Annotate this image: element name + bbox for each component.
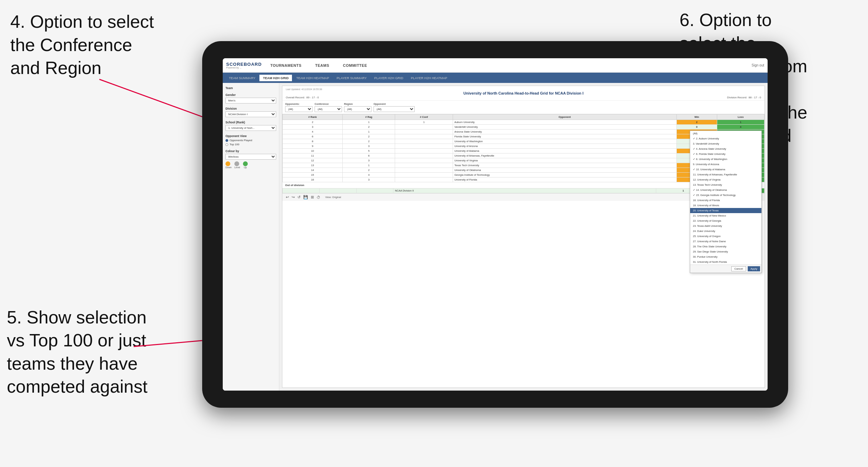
dropdown-item[interactable]: 23. Texas A&M University [690, 223, 761, 229]
opponent-filter-select[interactable]: (All) [374, 106, 415, 112]
nav-sign-out[interactable]: Sign out [751, 63, 764, 67]
logo-area: SCOREBOARD Powered by ... [226, 62, 262, 69]
annotation-conference-region: 4. Option to select the Conference and R… [10, 10, 192, 80]
th-opponent: Opponent [453, 114, 676, 120]
dropdown-item[interactable]: 25. University of Oregon [690, 234, 761, 239]
division-select[interactable]: NCAA Division I [225, 111, 276, 117]
radio-dot-opponents [225, 139, 228, 142]
dropdown-item[interactable]: 28. The Ohio State University [690, 244, 761, 249]
save-btn[interactable]: 💾 [303, 195, 309, 200]
dropdown-item[interactable]: ✓ 6. Florida State University [690, 151, 761, 157]
colour-legend: Down Level Up [225, 161, 276, 169]
nav-committee[interactable]: COMMITTEE [341, 63, 369, 67]
opponent-dropdown-overlay: (All)✓ 2. Auburn University3. Vanderbilt… [690, 131, 762, 273]
right-content: Last Updated: 4/11/2024 16:55:38 Univers… [279, 83, 768, 391]
subnav-player-h2h-heatmap[interactable]: PLAYER H2H HEATMAP [407, 75, 451, 81]
redo-btn[interactable]: ↪ [291, 195, 295, 200]
table-row: 3 2 Vanderbilt University 0 4 [283, 125, 765, 130]
opponent-view-section: Opponent View Opponents Played Top 100 [225, 134, 276, 146]
division2-label: NCAA Division II [393, 188, 656, 193]
division-section: Division NCAA Division I [225, 107, 276, 117]
subnav-team-h2h-heatmap[interactable]: TEAM H2H HEATMAP [293, 75, 332, 81]
card-header: Last Updated: 4/11/2024 16:55:38 Univers… [282, 86, 765, 101]
subnav-team-summary[interactable]: TEAM SUMMARY [225, 75, 259, 81]
left-panel: Team Gender Men's Division NCAA Division… [223, 83, 279, 391]
dropdown-item[interactable]: 22. University of Georgia [690, 218, 761, 223]
opponents-filter-label: Opponents: [285, 102, 313, 106]
tablet-device: SCOREBOARD Powered by ... TOURNAMENTS TE… [202, 41, 788, 408]
content-card: Last Updated: 4/11/2024 16:55:38 Univers… [282, 86, 765, 388]
team-label: Team [225, 86, 276, 90]
conference-filter-group: Conference (All) [315, 102, 342, 112]
nav-teams[interactable]: TEAMS [314, 63, 331, 67]
region-filter-group: Region (All) [344, 102, 371, 112]
dropdown-item[interactable]: 16. University of Florida [690, 198, 761, 203]
timer-btn[interactable]: ⏱ [316, 195, 321, 200]
conference-filter-label: Conference [315, 102, 342, 106]
radio-dot-top100 [225, 143, 228, 146]
opponents-filter-select[interactable]: (All) [285, 106, 313, 112]
apply-button[interactable]: Apply [748, 266, 760, 271]
dropdown-item[interactable]: ✓ 10. University of Alabama [690, 167, 761, 172]
nav-tournaments[interactable]: TOURNAMENTS [269, 63, 303, 67]
th-loss: Loss [717, 114, 764, 120]
gender-select[interactable]: Men's [225, 98, 276, 103]
refresh-btn[interactable]: ↺ [297, 195, 301, 200]
record-line: Overall Record: 89 - 17 - 0 Division Rec… [286, 96, 761, 99]
dropdown-item[interactable]: 12. University of Virginia [690, 177, 761, 182]
cancel-button[interactable]: Cancel [731, 266, 746, 271]
logo-text: SCOREBOARD [226, 62, 262, 66]
dropdown-item[interactable]: 24. Duke University [690, 229, 761, 234]
th-win: Win [676, 114, 717, 120]
nav-items: TOURNAMENTS TEAMS COMMITTEE [269, 63, 751, 67]
subnav-player-h2h-grid[interactable]: PLAYER H2H GRID [371, 75, 407, 81]
annotation-opponent-view: 5. Show selection vs Top 100 or just tea… [7, 306, 188, 398]
gender-section: Gender Men's [225, 93, 276, 103]
dropdown-item[interactable]: ✓ 2. Auburn University [690, 136, 761, 141]
radio-opponents-played[interactable]: Opponents Played [225, 139, 276, 142]
colour-select[interactable]: Win/loss [225, 154, 276, 160]
th-rag: # Rag [343, 114, 395, 120]
subnav-player-summary[interactable]: PLAYER SUMMARY [333, 75, 370, 81]
dropdown-item[interactable]: ✓ 15. Georgia Institute of Technology [690, 193, 761, 198]
opponent-filter-group: Opponent (All) [374, 102, 415, 112]
dropdown-item[interactable]: 29. San Diego State University [690, 249, 761, 254]
legend-down-label: Down [225, 166, 232, 169]
dropdown-item[interactable]: 3. Vanderbilt University [690, 141, 761, 146]
opponent-view-label: Opponent View [225, 134, 276, 138]
dropdown-item[interactable]: 13. Texas Tech University [690, 182, 761, 187]
dropdown-item[interactable]: ✓ 4. Arizona State University [690, 146, 761, 151]
dropdown-item[interactable]: 18. University of Illinois [690, 203, 761, 208]
legend-down-dot [225, 161, 230, 166]
main-content: Team Gender Men's Division NCAA Division… [223, 83, 768, 391]
dropdown-item[interactable]: ✓ 8. University of Washington [690, 157, 761, 162]
th-rank: # Rank [283, 114, 343, 120]
tablet-screen: SCOREBOARD Powered by ... TOURNAMENTS TE… [223, 58, 768, 391]
dropdown-item[interactable]: 21. University of New Mexico [690, 213, 761, 218]
dropdown-item[interactable]: 31. University of North Florida [690, 259, 761, 265]
region-filter-select[interactable]: (All) [344, 106, 371, 112]
school-select[interactable]: 1. University of Nort... [225, 125, 276, 131]
colour-section: Colour by Win/loss Down Level [225, 149, 276, 169]
region-filter-label: Region [344, 102, 371, 106]
dropdown-item[interactable]: 20. University of Texas [690, 208, 761, 213]
sub-nav: TEAM SUMMARY TEAM H2H GRID TEAM H2H HEAT… [223, 73, 768, 83]
dropdown-item[interactable]: ✓ 14. University of Oklahoma [690, 187, 761, 193]
view-label: View: Original [325, 196, 341, 199]
dropdown-item[interactable]: 11. University of Arkansas, Fayetteville [690, 172, 761, 177]
colour-label: Colour by [225, 149, 276, 153]
dropdown-item[interactable]: 27. University of Notre Dame [690, 239, 761, 244]
school-label: School (Rank) [225, 121, 276, 124]
opponents-filter-group: Opponents: (All) [285, 102, 313, 112]
subnav-team-h2h-grid[interactable]: TEAM H2H GRID [259, 75, 292, 81]
dropdown-item[interactable]: 9. University of Arizona [690, 162, 761, 167]
dropdown-item[interactable]: 30. Purdue University [690, 254, 761, 259]
radio-top100[interactable]: Top 100 [225, 143, 276, 146]
undo-btn[interactable]: ↩ [285, 195, 290, 200]
division-label: Division [225, 107, 276, 110]
copy-btn[interactable]: ⊞ [310, 195, 315, 200]
th-conf: # Conf [395, 114, 453, 120]
dropdown-item[interactable]: (All) [690, 131, 761, 136]
conference-filter-select[interactable]: (All) [315, 106, 342, 112]
dropdown-list: (All)✓ 2. Auburn University3. Vanderbilt… [690, 131, 761, 265]
